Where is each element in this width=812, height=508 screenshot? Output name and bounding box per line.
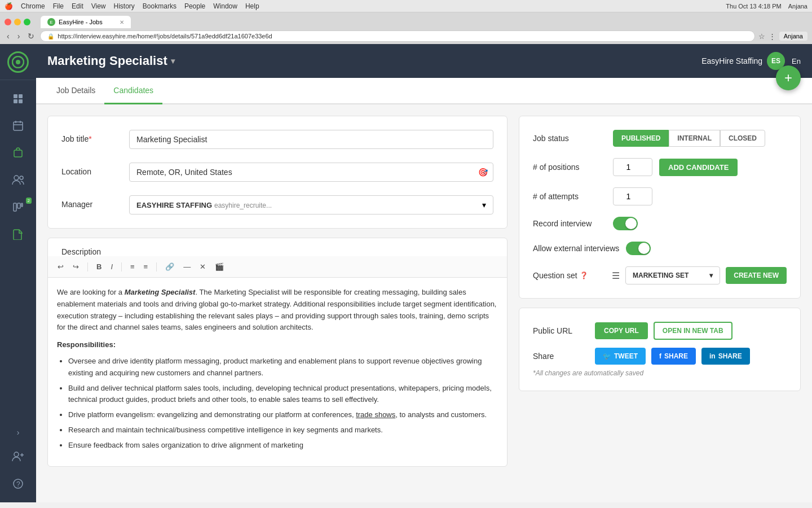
question-help-icon[interactable]: ❓ bbox=[580, 271, 588, 279]
apple-menu[interactable]: 🍎 bbox=[5, 2, 13, 10]
tab-candidates[interactable]: Candidates bbox=[104, 78, 162, 104]
question-set-dropdown-icon: ▾ bbox=[709, 271, 713, 279]
status-internal-button[interactable]: INTERNAL bbox=[669, 130, 720, 147]
share-label: Share bbox=[533, 352, 589, 361]
traffic-lights[interactable] bbox=[5, 19, 30, 25]
create-new-button[interactable]: CREATE NEW bbox=[726, 267, 787, 284]
reload-button[interactable]: ↻ bbox=[25, 30, 37, 42]
status-closed-button[interactable]: CLOSED bbox=[720, 130, 765, 147]
video-button[interactable]: 🎬 bbox=[212, 261, 227, 273]
app-header: Marketing Specialist ▾ EasyHire Staffing… bbox=[36, 44, 812, 78]
copy-url-button[interactable]: COPY URL bbox=[595, 322, 648, 339]
job-title-input[interactable] bbox=[129, 130, 493, 149]
browser-controls: E EasyHire - Jobs ✕ bbox=[5, 16, 807, 28]
menu-icon[interactable]: ⋮ bbox=[769, 32, 776, 41]
svg-rect-13 bbox=[14, 203, 16, 211]
address-bar[interactable]: 🔒 https://interview.easyhire.me/home#!jo… bbox=[40, 30, 754, 42]
attempts-row: # of attempts bbox=[533, 187, 787, 205]
lock-icon: 🔒 bbox=[47, 33, 54, 40]
edit-menu[interactable]: Edit bbox=[72, 2, 83, 10]
tweet-button[interactable]: 🐦 TWEET bbox=[595, 348, 646, 365]
linkedin-icon: in bbox=[709, 352, 716, 360]
responsibilities-header: Responsibilities: bbox=[57, 339, 498, 351]
positions-row: # of positions ADD CANDIDATE bbox=[533, 158, 787, 176]
undo-button[interactable]: ↩ bbox=[55, 261, 67, 273]
logo-icon bbox=[7, 51, 29, 73]
sidebar-item-jobs[interactable] bbox=[0, 140, 36, 166]
help-menu[interactable]: Help bbox=[245, 2, 259, 10]
status-buttons-group: PUBLISHED INTERNAL CLOSED bbox=[613, 130, 765, 147]
status-published-button[interactable]: PUBLISHED bbox=[613, 130, 669, 147]
linkedin-share-button[interactable]: in SHARE bbox=[701, 348, 750, 365]
user-profile-button[interactable]: Anjana bbox=[779, 32, 807, 41]
toolbar-divider-1 bbox=[87, 262, 88, 271]
maximize-window-button[interactable] bbox=[24, 19, 30, 25]
link-button[interactable]: 🔗 bbox=[162, 261, 177, 273]
list-item: Research and maintain technical/business… bbox=[68, 424, 498, 436]
tab-job-details[interactable]: Job Details bbox=[47, 78, 104, 104]
location-row: Location 🎯 bbox=[61, 163, 493, 182]
toolbar-divider-2 bbox=[121, 262, 122, 271]
location-icon: 🎯 bbox=[478, 168, 488, 177]
language-selector[interactable]: En bbox=[792, 57, 801, 65]
ordered-list-button[interactable]: ≡ bbox=[127, 261, 138, 273]
minimize-window-button[interactable] bbox=[14, 19, 21, 25]
star-icon[interactable]: ☆ bbox=[758, 32, 765, 41]
job-status-label: Job status bbox=[533, 134, 606, 143]
sidebar-item-dashboard[interactable] bbox=[0, 86, 36, 112]
left-panel: Job title* Location 🎯 Manager bbox=[47, 116, 508, 491]
browser-tab[interactable]: E EasyHire - Jobs ✕ bbox=[41, 16, 131, 28]
view-menu[interactable]: View bbox=[91, 2, 106, 10]
unordered-list-button[interactable]: ≡ bbox=[141, 261, 151, 273]
tab-close-button[interactable]: ✕ bbox=[120, 19, 124, 25]
title-dropdown-icon[interactable]: ▾ bbox=[171, 56, 175, 65]
add-candidate-button[interactable]: ADD CANDIDATE bbox=[659, 159, 738, 176]
record-interview-toggle[interactable] bbox=[613, 217, 638, 230]
sidebar-item-add-member[interactable] bbox=[0, 444, 36, 470]
sidebar-item-files[interactable] bbox=[0, 221, 36, 247]
open-in-new-tab-button[interactable]: OPEN IN NEW TAB bbox=[654, 322, 732, 340]
file-menu[interactable]: File bbox=[53, 2, 64, 10]
svg-rect-5 bbox=[19, 99, 23, 103]
question-set-select[interactable]: MARKETING SET ▾ bbox=[625, 266, 720, 284]
content-area: Job title* Location 🎯 Manager bbox=[36, 104, 812, 502]
browser-action-icons: ☆ ⋮ bbox=[758, 32, 776, 41]
clear-format-button[interactable]: ✕ bbox=[197, 261, 209, 273]
share-row: Share 🐦 TWEET f SHARE in SHARE bbox=[533, 348, 787, 365]
mac-menu: 🍎 Chrome File Edit View History Bookmark… bbox=[5, 2, 259, 10]
chrome-menu[interactable]: Chrome bbox=[21, 2, 45, 10]
public-url-row: Public URL COPY URL OPEN IN NEW TAB bbox=[533, 322, 787, 340]
sidebar-item-calendar[interactable] bbox=[0, 113, 36, 139]
add-button[interactable]: + bbox=[776, 65, 801, 90]
sidebar-item-people[interactable] bbox=[0, 167, 36, 193]
job-status-row: Job status PUBLISHED INTERNAL CLOSED bbox=[533, 130, 787, 147]
hr-button[interactable]: — bbox=[180, 261, 193, 273]
close-window-button[interactable] bbox=[5, 19, 11, 25]
bookmarks-menu[interactable]: Bookmarks bbox=[143, 2, 176, 10]
bold-button[interactable]: B bbox=[94, 261, 104, 273]
sidebar-item-pipeline[interactable]: 2 bbox=[0, 194, 36, 220]
italic-button[interactable]: I bbox=[108, 261, 116, 273]
app-title-container: Marketing Specialist ▾ bbox=[47, 54, 175, 68]
sidebar-item-help[interactable]: ? bbox=[0, 471, 36, 497]
sidebar-collapse-button[interactable]: › bbox=[0, 422, 36, 443]
people-menu[interactable]: People bbox=[184, 2, 205, 10]
address-bar-row: ‹ › ↻ 🔒 https://interview.easyhire.me/ho… bbox=[5, 30, 807, 42]
job-form-card: Job title* Location 🎯 Manager bbox=[47, 116, 508, 229]
window-menu[interactable]: Window bbox=[213, 2, 237, 10]
back-button[interactable]: ‹ bbox=[5, 30, 12, 42]
user-info: EasyHire Staffing ES bbox=[701, 52, 785, 70]
svg-point-1 bbox=[16, 60, 20, 64]
allow-external-toggle[interactable] bbox=[626, 242, 651, 255]
facebook-share-button[interactable]: f SHARE bbox=[651, 348, 696, 365]
location-input[interactable] bbox=[129, 163, 493, 182]
forward-button[interactable]: › bbox=[15, 30, 23, 42]
sidebar-logo[interactable] bbox=[0, 44, 36, 80]
tab-bar: E EasyHire - Jobs ✕ bbox=[41, 16, 131, 28]
manager-select[interactable]: EASYHIRE STAFFING easyhire_recruite... ▾ bbox=[129, 195, 493, 214]
redo-button[interactable]: ↪ bbox=[70, 261, 82, 273]
attempts-input[interactable] bbox=[613, 187, 652, 205]
positions-input[interactable] bbox=[613, 158, 652, 176]
history-menu[interactable]: History bbox=[114, 2, 135, 10]
user-name: Anjana bbox=[788, 3, 807, 10]
